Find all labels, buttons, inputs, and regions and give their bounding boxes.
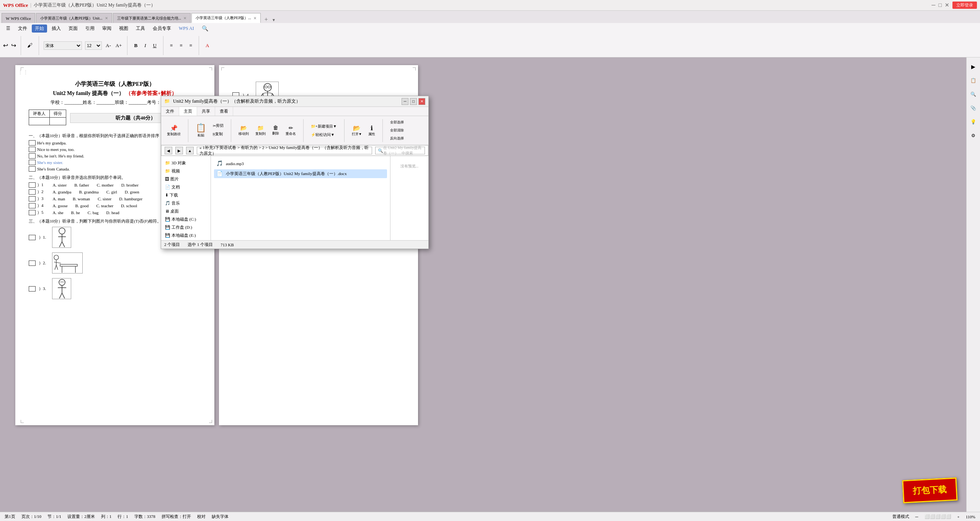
sidebar-icon-3[interactable]: 📎	[968, 103, 979, 113]
fe-copyto-btn[interactable]: 📁 复制到	[253, 124, 268, 138]
menu-hamburger[interactable]: ☰	[3, 25, 13, 32]
fe-delete-btn[interactable]: 🗑 删除	[270, 124, 282, 138]
fe-tab-home[interactable]: 主页	[179, 107, 197, 116]
sidebar-icon-4[interactable]: 💡	[968, 116, 979, 127]
sidebar-expand-btn[interactable]: ▶	[968, 61, 979, 72]
fe-sep4	[344, 119, 345, 142]
menu-review[interactable]: 审阅	[99, 25, 114, 33]
q2-4-c: C. teacher	[96, 203, 113, 208]
tab-3[interactable]: 小学英语三年级（人教PEP版）... ✕	[191, 13, 261, 23]
doc-title: 小学英语三年级（人教PEP版）	[29, 80, 201, 88]
fe-open-btn[interactable]: 📂 打开▼	[349, 123, 365, 138]
status-zoom-bar[interactable]: ⬜⬜⬜⬜⬜	[924, 514, 951, 519]
minimize-btn[interactable]: ─	[932, 2, 936, 8]
register-btn[interactable]: 立即登录	[952, 2, 977, 9]
color-btn[interactable]: A	[204, 42, 211, 49]
undo-btn[interactable]: ↩	[3, 42, 8, 49]
fe-sidebar-docs[interactable]: 📄 文档	[163, 183, 209, 191]
fe-titlebar-left: 📁 Unit2 My family提高卷（一）（含解析及听力音频，听力原文）	[164, 98, 301, 105]
menu-insert[interactable]: 插入	[49, 25, 64, 33]
fe-tab-file[interactable]: 文件	[161, 107, 179, 116]
redo-btn[interactable]: ↪	[11, 42, 16, 49]
fe-sidebar-pictures[interactable]: 🖼 图片	[163, 175, 209, 183]
download-badge[interactable]: 打包下载	[902, 477, 958, 503]
fe-tab-share[interactable]: 共享	[197, 107, 215, 116]
fe-address-path[interactable]: « 1补充3下英语试卷 > 有听力的 > 2 > Unit2 My family…	[197, 147, 372, 154]
menu-page[interactable]: 页面	[65, 25, 81, 33]
tab-2-close[interactable]: ✕	[183, 16, 186, 20]
tab-add-btn[interactable]: +	[261, 16, 271, 23]
align-center-btn[interactable]: ≡	[178, 42, 184, 49]
q2-bracket-4	[29, 203, 36, 208]
menu-view[interactable]: 视图	[116, 25, 131, 33]
sidebar-icon-5[interactable]: ⚙	[968, 130, 979, 141]
fe-sidebar-ddrive[interactable]: 💾 工作盘 (D:)	[163, 223, 209, 231]
close-btn[interactable]: ✕	[945, 2, 949, 8]
font-family-select[interactable]: 宋体	[44, 41, 82, 50]
fe-selectall-label: 全部选择	[390, 120, 404, 125]
fe-maximize-btn[interactable]: □	[410, 98, 417, 105]
bold-btn[interactable]: B	[132, 42, 139, 49]
fe-up-btn[interactable]: ▲	[186, 147, 194, 154]
fe-close-btn[interactable]: ✕	[418, 98, 425, 105]
fe-pin-btn[interactable]: 📌 复制路径	[164, 123, 183, 138]
fe-selectnone-btn[interactable]: 全部清除	[387, 127, 407, 134]
format-painter-btn[interactable]: 🖌	[26, 42, 34, 49]
fe-forward-btn[interactable]: ▶	[175, 147, 183, 154]
status-pages: 页次：1/10	[21, 514, 42, 519]
underline-btn[interactable]: U	[151, 42, 158, 49]
tab-1[interactable]: 小学英语三年级（人教PEP版）Unit... ✕	[36, 13, 112, 23]
fe-selectall-btn[interactable]: 全部选择	[387, 119, 407, 126]
sidebar-icon-1[interactable]: 📋	[968, 75, 979, 86]
italic-btn[interactable]: I	[142, 42, 148, 49]
tab-3-close[interactable]: ✕	[253, 16, 256, 20]
fe-open-icon: 📂	[353, 125, 361, 132]
menu-ref[interactable]: 引用	[82, 25, 98, 33]
fe-newfolder-btn[interactable]: 📁+ 新建项目▼	[308, 123, 340, 130]
status-zoom-increase[interactable]: +	[957, 514, 960, 519]
sidebar-icon-2[interactable]: 🔍	[968, 89, 979, 100]
fe-cut-btn[interactable]: ✂ 剪切	[210, 122, 226, 129]
fe-file-docx[interactable]: 📄 小学英语三年级（人教PEP版）Unit2 My family提高卷（一）.d…	[214, 169, 387, 178]
tab-scroll-btn[interactable]: ▾	[271, 17, 276, 23]
q1-text-5: She's from Canada.	[37, 167, 70, 171]
fe-props-btn[interactable]: ℹ 属性	[366, 123, 378, 138]
ribbon-tools: ↩ ↪ 🖌 宋体 12 A- A+ B I U ≡ ≡ ≡ A	[0, 34, 980, 57]
fe-sidebar-3dobjects[interactable]: 📁 3D 对象	[163, 159, 209, 167]
fe-sidebar-video[interactable]: 📁 视频	[163, 167, 209, 175]
fe-sidebar-cdrive[interactable]: 💾 本地磁盘 (C:)	[163, 215, 209, 223]
fe-file-audio[interactable]: 🎵 audio.mp3	[214, 159, 387, 168]
fe-paste-btn[interactable]: 📋 粘贴	[193, 122, 209, 139]
tab-2[interactable]: 三年级下册英语第二单元综合能力培... ✕	[113, 13, 191, 23]
fe-search-box[interactable]: 🔍 在 Unit2 My family提高卷（一）...中搜索	[375, 147, 425, 154]
align-right-btn[interactable]: ≡	[188, 42, 194, 49]
menu-home[interactable]: 开始	[32, 25, 47, 33]
fe-invert-btn[interactable]: 反向选择	[387, 135, 407, 142]
tab-wps[interactable]: W WPS Office	[2, 13, 35, 23]
fe-sidebar-downloads[interactable]: ⬇ 下载	[163, 191, 209, 199]
menu-ai[interactable]: WPS AI	[176, 25, 197, 32]
fe-easyaccess-btn[interactable]: ⚡ 轻松访问▼	[308, 131, 340, 139]
corner-tl-r	[221, 67, 224, 70]
fe-copy-btn[interactable]: ⎘ 复制	[210, 130, 226, 138]
menu-vip[interactable]: 会员专享	[150, 25, 174, 33]
font-size-increase[interactable]: A+	[115, 42, 123, 49]
menu-file[interactable]: 文件	[15, 25, 30, 33]
fe-sidebar-edrive[interactable]: 💾 本地磁盘 (E:)	[163, 231, 209, 239]
tab-1-close[interactable]: ✕	[105, 16, 108, 20]
fe-sidebar-music[interactable]: 🎵 音乐	[163, 199, 209, 207]
fe-back-btn[interactable]: ◀	[165, 147, 172, 154]
font-size-select[interactable]: 12	[85, 41, 102, 50]
fe-rename-btn[interactable]: ✏ 重命名	[283, 124, 299, 138]
fe-tab-view[interactable]: 查看	[215, 107, 233, 116]
fe-moveto-btn[interactable]: 📂 移动到	[236, 124, 252, 138]
menu-search-icon[interactable]: 🔍	[202, 25, 208, 32]
status-zoom-decrease[interactable]: ─	[915, 514, 918, 519]
fe-title: Unit2 My family提高卷（一）（含解析及听力音频，听力原文）	[173, 98, 301, 105]
fe-minimize-btn[interactable]: ─	[402, 98, 408, 105]
align-left-btn[interactable]: ≡	[168, 42, 175, 49]
font-size-decrease[interactable]: A-	[105, 42, 112, 49]
maximize-btn[interactable]: □	[939, 2, 942, 8]
fe-sidebar-desktop[interactable]: 🖥 桌面	[163, 207, 209, 215]
menu-tools[interactable]: 工具	[133, 25, 148, 33]
